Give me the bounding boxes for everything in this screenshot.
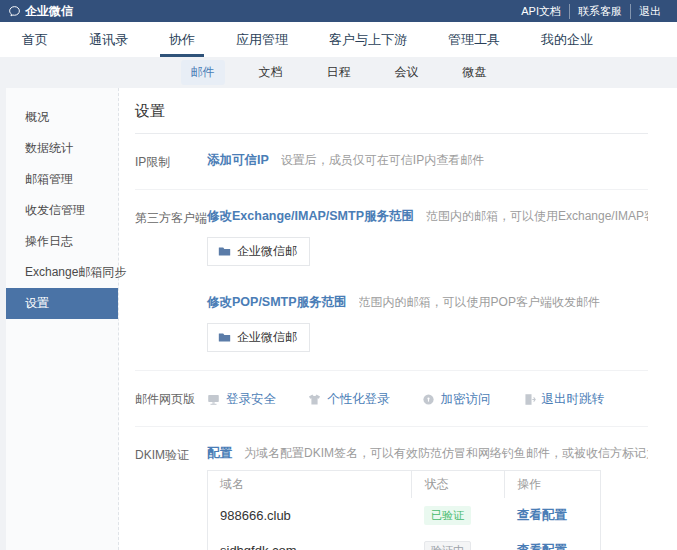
dkim-description: 为域名配置DKIM签名，可以有效防范仿冒和网络钓鱼邮件，或被收信方标记为垃圾邮件 <box>244 445 648 462</box>
main-panel: 概况 数据统计 邮箱管理 收发信管理 操作日志 Exchange邮箱同步 设置 … <box>6 88 677 550</box>
status-badge-pending: 验证中 <box>424 541 471 550</box>
nav-item-collaboration[interactable]: 协作 <box>169 22 195 57</box>
column-header-status: 状态 <box>412 471 505 499</box>
logout-redirect-link[interactable]: 退出时跳转 <box>523 391 605 408</box>
subtabs: 邮件 文档 日程 会议 微盘 <box>0 57 677 88</box>
sidebar-item-statistics[interactable]: 数据统计 <box>6 133 118 164</box>
web-link-label: 退出时跳转 <box>542 391 605 408</box>
view-config-link[interactable]: 查看配置 <box>517 508 567 522</box>
section-webmail: 邮件网页版 登录安全 个性化登录 <box>135 371 648 427</box>
dkim-domain-table: 域名 状态 操作 988666.club 已验证 查看配置 <box>207 470 601 550</box>
table-header-row: 域名 状态 操作 <box>208 471 601 499</box>
sidebar-item-settings[interactable]: 设置 <box>6 288 118 319</box>
api-docs-link[interactable]: API文档 <box>513 4 569 19</box>
lock-circle-icon <box>422 393 435 406</box>
pop-scope-description: 范围内的邮箱，可以使用POP客户端收发邮件 <box>359 294 600 311</box>
section-label: IP限制 <box>135 152 207 171</box>
folder-icon <box>218 331 231 344</box>
section-label: 第三方客户端 <box>135 208 207 352</box>
chat-bubble-logo-icon <box>8 5 21 18</box>
topbar-links: API文档 联系客服 退出 <box>513 4 669 19</box>
brand-text: 企业微信 <box>25 3 73 20</box>
section-label: 邮件网页版 <box>135 389 207 408</box>
exchange-scope-tag[interactable]: 企业微信邮 <box>207 237 310 266</box>
primary-nav: 首页 通讯录 协作 应用管理 客户与上下游 管理工具 我的企业 <box>0 22 677 57</box>
tab-drive[interactable]: 微盘 <box>453 60 497 85</box>
section-label: DKIM验证 <box>135 445 207 550</box>
table-row: 988666.club 已验证 查看配置 <box>208 498 601 533</box>
web-link-label: 个性化登录 <box>327 391 390 408</box>
section-ip-limit: IP限制 添加可信IP 设置后，成员仅可在可信IP内查看邮件 <box>135 134 648 190</box>
tab-meeting[interactable]: 会议 <box>385 60 429 85</box>
monitor-icon <box>207 393 220 406</box>
domain-cell: 988666.club <box>208 498 412 533</box>
login-security-link[interactable]: 登录安全 <box>207 391 276 408</box>
nav-item-admin-tools[interactable]: 管理工具 <box>448 22 500 57</box>
personalized-login-link[interactable]: 个性化登录 <box>308 391 390 408</box>
web-link-label: 加密访问 <box>441 391 491 408</box>
dkim-configure-link[interactable]: 配置 <box>207 445 232 462</box>
web-link-label: 登录安全 <box>226 391 276 408</box>
section-third-party-clients: 第三方客户端 修改Exchange/IMAP/SMTP服务范围 范围内的邮箱，可… <box>135 190 648 371</box>
workspace: 邮件 文档 日程 会议 微盘 概况 数据统计 邮箱管理 收发信管理 操作日志 E… <box>0 57 677 550</box>
section-dkim: DKIM验证 配置 为域名配置DKIM签名，可以有效防范仿冒和网络钓鱼邮件，或被… <box>135 427 648 550</box>
sidebar-item-mailbox-management[interactable]: 邮箱管理 <box>6 164 118 195</box>
sidebar: 概况 数据统计 邮箱管理 收发信管理 操作日志 Exchange邮箱同步 设置 <box>6 88 119 550</box>
exit-icon <box>523 393 536 406</box>
modify-exchange-scope-link[interactable]: 修改Exchange/IMAP/SMTP服务范围 <box>207 208 414 225</box>
view-config-link[interactable]: 查看配置 <box>517 543 567 550</box>
topbar: 企业微信 API文档 联系客服 退出 <box>0 0 677 22</box>
domain-cell: sjdhgfdk.com <box>208 533 412 550</box>
sidebar-item-overview[interactable]: 概况 <box>6 102 118 133</box>
pop-scope-tag[interactable]: 企业微信邮 <box>207 323 310 352</box>
folder-icon <box>218 245 231 258</box>
app-logo[interactable]: 企业微信 <box>8 3 73 20</box>
scope-tag-label: 企业微信邮 <box>237 243 297 260</box>
page-title: 设置 <box>135 100 648 134</box>
scope-tag-label: 企业微信邮 <box>237 329 297 346</box>
add-trusted-ip-link[interactable]: 添加可信IP <box>207 152 269 169</box>
logout-link[interactable]: 退出 <box>630 4 669 19</box>
nav-item-app-management[interactable]: 应用管理 <box>236 22 288 57</box>
nav-item-my-company[interactable]: 我的企业 <box>541 22 593 57</box>
status-badge-verified: 已验证 <box>424 506 471 525</box>
table-row: sjdhgfdk.com 验证中 查看配置 <box>208 533 601 550</box>
nav-item-contacts[interactable]: 通讯录 <box>89 22 128 57</box>
column-header-action: 操作 <box>505 471 601 499</box>
tab-docs[interactable]: 文档 <box>249 60 293 85</box>
contact-support-link[interactable]: 联系客服 <box>569 4 630 19</box>
ip-limit-description: 设置后，成员仅可在可信IP内查看邮件 <box>281 152 484 169</box>
tab-mail[interactable]: 邮件 <box>181 60 225 85</box>
exchange-scope-description: 范围内的邮箱，可以使用Exchange/IMAP客户端收发邮件 <box>426 208 648 225</box>
sidebar-item-exchange-sync[interactable]: Exchange邮箱同步 <box>6 257 118 288</box>
sidebar-item-operation-log[interactable]: 操作日志 <box>6 226 118 257</box>
tab-calendar[interactable]: 日程 <box>317 60 361 85</box>
nav-item-customers[interactable]: 客户与上下游 <box>329 22 407 57</box>
sidebar-item-send-receive[interactable]: 收发信管理 <box>6 195 118 226</box>
tshirt-icon <box>308 393 321 406</box>
nav-item-home[interactable]: 首页 <box>22 22 48 57</box>
settings-content: 设置 IP限制 添加可信IP 设置后，成员仅可在可信IP内查看邮件 第三方客户端… <box>119 88 677 550</box>
column-header-domain: 域名 <box>208 471 412 499</box>
encrypted-access-link[interactable]: 加密访问 <box>422 391 491 408</box>
modify-pop-scope-link[interactable]: 修改POP/SMTP服务范围 <box>207 294 347 311</box>
